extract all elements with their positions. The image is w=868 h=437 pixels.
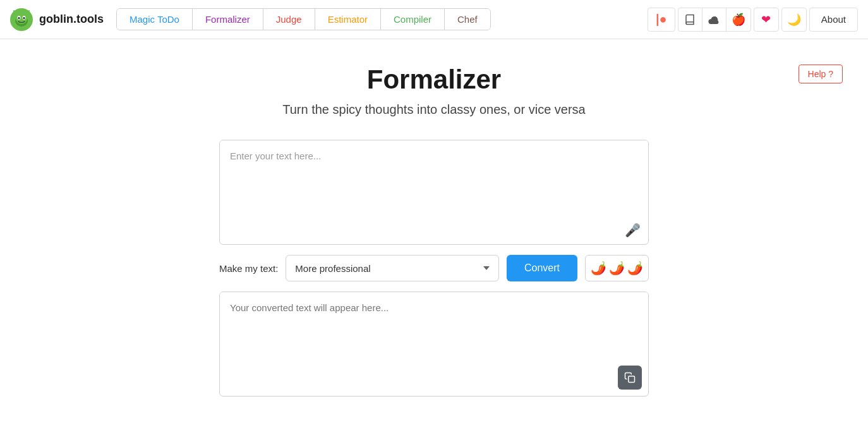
heart-icon[interactable]: ❤: [754, 8, 778, 32]
style-select[interactable]: More professional More casual More forma…: [286, 255, 499, 281]
copy-button[interactable]: [618, 366, 642, 390]
heart-icon-group: ❤: [754, 8, 779, 32]
nav-formalizer[interactable]: Formalizer: [193, 9, 263, 30]
content-area: 🎤 Make my text: More professional More c…: [219, 140, 649, 397]
output-wrapper: [219, 292, 649, 397]
spice-selector[interactable]: 🌶️ 🌶️ 🌶️: [585, 255, 649, 281]
chili-2: 🌶️: [609, 261, 625, 276]
cloud-icon[interactable]: [702, 8, 726, 32]
social-icons: 🍎: [678, 8, 751, 32]
svg-point-5: [18, 17, 20, 19]
copy-icon: [624, 372, 636, 383]
patreon-icon: |●: [656, 12, 667, 27]
nav-judge[interactable]: Judge: [263, 9, 315, 30]
theme-icon-group: 🌙: [781, 8, 807, 32]
input-wrapper: 🎤: [219, 140, 649, 245]
nav-magic-todo[interactable]: Magic ToDo: [117, 9, 193, 30]
convert-button[interactable]: Convert: [507, 255, 577, 281]
chili-1: 🌶️: [591, 261, 606, 276]
header-right: |● 🍎 ❤ 🌙 About: [648, 8, 858, 32]
nav-chef[interactable]: Chef: [445, 9, 490, 30]
nav-estimator[interactable]: Estimator: [315, 9, 381, 30]
svg-point-6: [23, 17, 25, 19]
svg-rect-7: [629, 376, 635, 383]
moon-icon[interactable]: 🌙: [782, 8, 806, 32]
book-icon[interactable]: [678, 8, 702, 32]
chili-3: 🌶️: [627, 261, 643, 276]
logo-icon: [10, 8, 33, 31]
make-my-text-label: Make my text:: [219, 263, 278, 274]
logo-text: goblin.tools: [39, 13, 104, 26]
text-input[interactable]: [220, 140, 648, 242]
logo[interactable]: goblin.tools: [10, 8, 104, 31]
page-title: Formalizer: [367, 65, 501, 95]
about-button[interactable]: About: [809, 8, 858, 32]
main-content: Help ? Formalizer Turn the spicy thought…: [0, 39, 868, 409]
patreon-button[interactable]: |●: [648, 8, 675, 32]
page-subtitle: Turn the spicy thoughts into classy ones…: [282, 102, 585, 117]
text-output[interactable]: [220, 292, 648, 393]
apple-icon[interactable]: 🍎: [726, 8, 750, 32]
mic-icon[interactable]: 🎤: [625, 223, 641, 238]
help-button[interactable]: Help ?: [799, 65, 843, 83]
main-nav: Magic ToDo Formalizer Judge Estimator Co…: [116, 8, 491, 30]
nav-compiler[interactable]: Compiler: [381, 9, 445, 30]
controls-row: Make my text: More professional More cas…: [219, 255, 649, 281]
